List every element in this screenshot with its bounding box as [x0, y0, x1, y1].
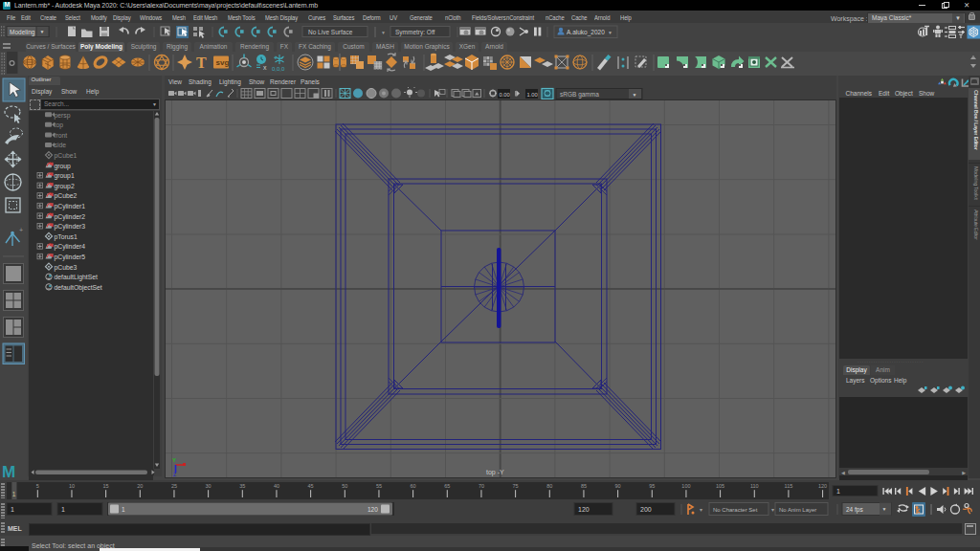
- svg-text:▼: ▼: [633, 92, 637, 98]
- svg-text:svg: svg: [216, 58, 230, 67]
- svg-text:1: 1: [122, 506, 125, 513]
- svg-text:Y: Y: [172, 457, 176, 463]
- svg-text:10: 10: [69, 483, 75, 489]
- svg-text:45: 45: [308, 483, 314, 489]
- svg-text:No Character Set: No Character Set: [713, 507, 758, 513]
- svg-text:0.00: 0.00: [500, 92, 510, 98]
- svg-text:100: 100: [681, 483, 690, 489]
- svg-text:▾: ▾: [700, 507, 702, 513]
- svg-text:No Live Surface: No Live Surface: [308, 29, 353, 35]
- svg-text:pCylinder4: pCylinder4: [55, 243, 86, 251]
- svg-text:35: 35: [239, 483, 245, 489]
- svg-text:pCube1: pCube1: [55, 152, 78, 160]
- svg-text:110: 110: [750, 483, 759, 489]
- svg-text:group2: group2: [55, 183, 75, 190]
- svg-text:sRGB gamma: sRGB gamma: [560, 91, 599, 99]
- svg-text:1: 1: [836, 488, 840, 495]
- svg-text:24 fps: 24 fps: [846, 506, 863, 514]
- svg-text:group1: group1: [55, 172, 75, 180]
- svg-text:200: 200: [640, 506, 652, 513]
- svg-text:pCylinder5: pCylinder5: [55, 253, 86, 261]
- svg-text:95: 95: [649, 483, 655, 489]
- svg-text:105: 105: [716, 483, 724, 489]
- svg-text:pCylinder3: pCylinder3: [55, 223, 86, 231]
- svg-text:90: 90: [615, 483, 621, 489]
- svg-text:pTorus1: pTorus1: [55, 233, 78, 241]
- svg-text:30: 30: [206, 483, 212, 489]
- svg-text:▼: ▼: [608, 30, 612, 35]
- svg-text:A.aluko_2020: A.aluko_2020: [567, 29, 605, 36]
- svg-text:top -Y: top -Y: [486, 469, 504, 476]
- svg-text:front: front: [55, 132, 68, 139]
- svg-text:group: group: [55, 163, 72, 170]
- svg-text:Symmetry: Off: Symmetry: Off: [395, 29, 435, 36]
- svg-text:50: 50: [342, 483, 347, 489]
- svg-text:+: +: [19, 227, 23, 233]
- svg-text:Z: Z: [173, 472, 176, 477]
- svg-text:120: 120: [578, 506, 590, 513]
- svg-text:65: 65: [444, 483, 450, 489]
- svg-text:60: 60: [411, 483, 416, 489]
- svg-text:Modeling: Modeling: [10, 29, 35, 36]
- svg-text:1: 1: [12, 491, 16, 497]
- svg-text:25: 25: [171, 483, 177, 489]
- svg-text:120: 120: [368, 506, 378, 513]
- svg-text:75: 75: [513, 483, 519, 489]
- svg-text:80: 80: [546, 483, 552, 489]
- svg-text:115: 115: [785, 483, 793, 489]
- svg-text:defaultLightSet: defaultLightSet: [55, 274, 98, 281]
- svg-text:20: 20: [137, 483, 143, 489]
- svg-text:pCube3: pCube3: [55, 264, 78, 272]
- svg-text:▼: ▼: [882, 506, 887, 512]
- svg-text:pCube2: pCube2: [55, 192, 78, 200]
- svg-text:No Anim Layer: No Anim Layer: [779, 507, 816, 513]
- svg-text:5: 5: [36, 483, 39, 489]
- svg-text:persp: persp: [55, 112, 71, 120]
- svg-text:top: top: [55, 121, 64, 129]
- svg-text:0,0,0: 0,0,0: [272, 66, 285, 72]
- svg-text:85: 85: [581, 483, 587, 489]
- svg-text:1.00: 1.00: [527, 92, 538, 98]
- svg-text:▾: ▾: [771, 507, 774, 513]
- svg-text:55: 55: [376, 483, 382, 489]
- svg-text:1: 1: [61, 506, 65, 513]
- svg-text:40: 40: [274, 483, 279, 489]
- svg-text:15: 15: [103, 483, 109, 489]
- svg-text:pCylinder2: pCylinder2: [55, 213, 86, 221]
- svg-text:x: x: [263, 64, 267, 71]
- svg-text:▼: ▼: [381, 30, 386, 35]
- svg-text:1: 1: [11, 506, 14, 513]
- svg-text:T: T: [196, 55, 207, 71]
- svg-text:M: M: [2, 463, 15, 480]
- svg-text:pCylinder1: pCylinder1: [55, 203, 86, 210]
- svg-text:▼: ▼: [40, 29, 45, 34]
- svg-text:70: 70: [479, 483, 484, 489]
- svg-text:120: 120: [818, 483, 827, 489]
- svg-text:side: side: [55, 142, 67, 148]
- svg-text:defaultObjectSet: defaultObjectSet: [55, 284, 102, 292]
